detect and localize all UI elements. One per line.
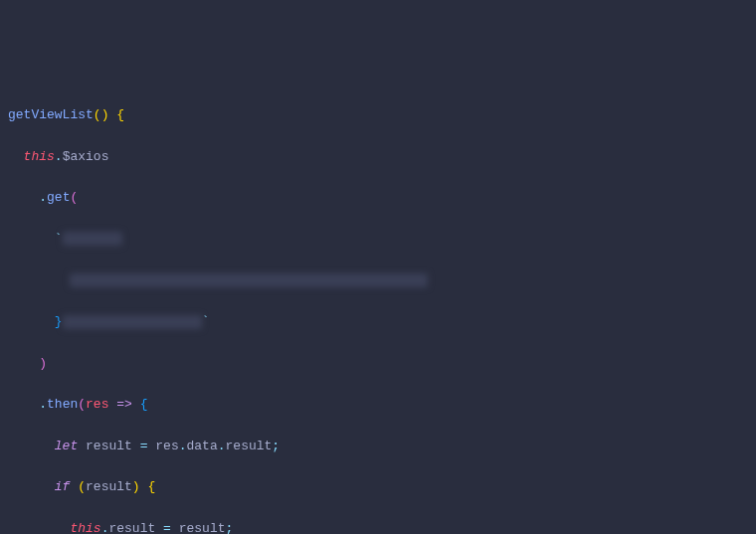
code-line: if (result) { bbox=[0, 477, 756, 498]
redacted-text bbox=[63, 315, 202, 329]
code-line: this.result = result; bbox=[0, 519, 756, 534]
code-line: ) bbox=[0, 354, 756, 375]
code-line: getViewList() { bbox=[0, 105, 756, 126]
redacted-text bbox=[63, 232, 122, 246]
code-line: let result = res.data.result; bbox=[0, 437, 756, 457]
code-line: ` bbox=[0, 230, 756, 251]
code-line: .then(res => { bbox=[0, 395, 756, 416]
code-line bbox=[0, 270, 756, 291]
code-line: this.$axios bbox=[0, 147, 756, 168]
function-name: getViewList bbox=[8, 107, 94, 122]
code-line: }` bbox=[0, 312, 756, 333]
code-line: .get( bbox=[0, 188, 756, 209]
redacted-text bbox=[70, 273, 428, 287]
code-editor[interactable]: getViewList() { this.$axios .get( ` }` )… bbox=[0, 83, 756, 534]
